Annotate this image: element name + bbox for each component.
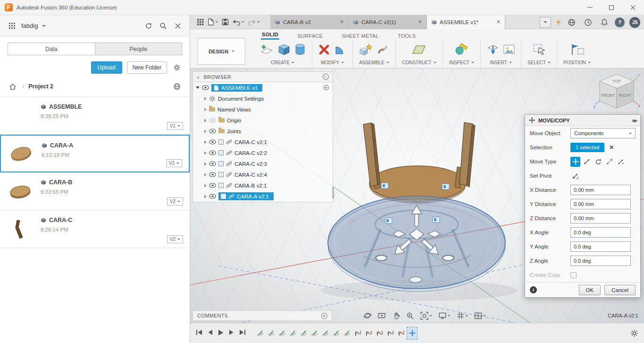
expand-caret-icon[interactable] <box>204 129 207 133</box>
group-dropdown-icon[interactable] <box>292 62 294 63</box>
expand-caret-icon[interactable] <box>204 108 207 111</box>
fit-dropdown-icon[interactable] <box>429 315 432 317</box>
x-angle-input[interactable] <box>570 227 631 238</box>
home-icon[interactable] <box>8 81 18 92</box>
version-badge[interactable]: V2 <box>167 197 183 206</box>
visibility-eye-icon[interactable] <box>209 129 216 134</box>
timeline-joint-feature[interactable] <box>396 327 406 339</box>
browser-item-cara-c-2[interactable]: CARA-C v2:2 <box>193 147 333 158</box>
browser-item-cara-a-1-selected[interactable]: CARA-A v2:1 <box>193 191 333 202</box>
selection-chip[interactable]: 1 selected <box>570 143 604 152</box>
viewcube[interactable]: TOP FRONT RIGHT Y X Z <box>593 70 640 115</box>
timeline-step-back-button[interactable] <box>208 329 213 337</box>
stool-leg-left[interactable] <box>363 123 380 187</box>
zoom-icon[interactable] <box>405 311 416 321</box>
timeline-sketch-feature[interactable] <box>299 327 309 339</box>
expand-caret-icon[interactable] <box>204 184 207 188</box>
workspace-selector[interactable]: DESIGN <box>198 38 245 65</box>
app-grid-icon[interactable] <box>195 17 206 28</box>
pan-hand-icon[interactable] <box>391 311 401 321</box>
list-item-cara-c[interactable]: CARA-C 8:26:14 PM V2 <box>0 210 190 248</box>
group-dropdown-icon[interactable] <box>341 62 344 63</box>
tab-list-dropdown[interactable] <box>540 17 551 28</box>
measure-icon[interactable] <box>455 43 468 57</box>
user-avatar[interactable]: JS <box>629 17 640 28</box>
group-dropdown-icon[interactable] <box>471 62 474 63</box>
file-menu-button[interactable] <box>206 17 220 28</box>
notifications-bell-icon[interactable] <box>599 17 610 28</box>
team-grid-icon[interactable] <box>7 21 17 31</box>
viewports-dropdown-icon[interactable] <box>483 315 486 317</box>
selected-component-chip[interactable]: CARA-A v2:1 <box>218 192 274 200</box>
create-copy-checkbox[interactable] <box>570 272 577 278</box>
delete-x-icon[interactable] <box>318 44 330 57</box>
group-label[interactable]: CREATE <box>271 60 290 65</box>
expand-caret-icon[interactable] <box>204 119 207 122</box>
undo-button[interactable] <box>231 17 246 28</box>
dialog-header[interactable]: MOVE/COPY ▸▸ <box>525 115 640 126</box>
move-type-rotate-button[interactable] <box>593 157 603 167</box>
timeline-step-forward-button[interactable] <box>229 329 234 337</box>
tab-close-icon[interactable]: ✕ <box>418 19 422 25</box>
root-component-chip[interactable]: ASSEMBLE v1 <box>211 84 262 92</box>
move-type-translate-button[interactable] <box>582 157 592 167</box>
group-label[interactable]: MODIFY <box>321 60 339 65</box>
refresh-icon[interactable] <box>143 21 154 31</box>
create-sketch-icon[interactable] <box>259 43 274 57</box>
project-share-globe-icon[interactable] <box>172 81 182 92</box>
panel-resize-grip[interactable] <box>332 187 334 199</box>
orbit-icon[interactable] <box>362 310 373 321</box>
fillet-icon[interactable] <box>334 43 346 57</box>
group-label[interactable]: INSERT <box>490 60 507 65</box>
expand-caret-icon[interactable] <box>204 162 207 166</box>
tab-solid[interactable]: SOLID <box>261 30 279 40</box>
browser-item-cara-c-3[interactable]: CARA-C v2:3 <box>193 158 333 169</box>
timeline-go-to-start-button[interactable] <box>196 329 202 337</box>
panel-close-icon[interactable] <box>173 21 183 31</box>
joint-icon[interactable] <box>376 43 389 57</box>
visibility-eye-icon[interactable] <box>202 85 209 90</box>
team-name[interactable]: fabdig <box>21 22 38 29</box>
visibility-eye-icon[interactable] <box>209 172 216 177</box>
redo-button[interactable] <box>246 17 262 28</box>
browser-item-cara-c-1[interactable]: CARA-C v2:1 <box>193 137 333 147</box>
group-dropdown-icon[interactable] <box>509 62 512 63</box>
timeline-joint-feature[interactable] <box>375 327 385 339</box>
list-item-assemble[interactable]: ASSEMBLE 8:38:25 PM V1 <box>0 97 190 135</box>
timeline-sketch-feature[interactable] <box>331 327 341 339</box>
visibility-eye-icon[interactable] <box>209 150 216 155</box>
fit-icon[interactable] <box>419 311 434 321</box>
solid-box-icon[interactable] <box>278 43 290 57</box>
expand-caret-icon[interactable] <box>204 140 207 144</box>
timeline-sketch-feature[interactable] <box>277 327 287 339</box>
display-dropdown-icon[interactable] <box>448 315 451 317</box>
timeline-joint-feature[interactable] <box>353 327 363 339</box>
move-type-free-button[interactable] <box>570 157 580 167</box>
visibility-eye-icon[interactable] <box>209 118 216 123</box>
timeline-go-to-end-button[interactable] <box>239 329 246 337</box>
tab-tools[interactable]: TOOLS <box>397 32 417 40</box>
doc-tab-assemble[interactable]: ASSEMBLE v1* ✕ <box>427 15 505 29</box>
search-icon[interactable] <box>158 21 168 31</box>
dialog-info-icon[interactable]: i <box>530 286 537 293</box>
browser-collapse-all-icon[interactable]: − <box>323 74 329 80</box>
doc-tab-cara-b[interactable]: CARA-B v2 ✕ <box>270 15 349 29</box>
activate-component-radio[interactable] <box>324 85 329 90</box>
group-label[interactable]: INSPECT <box>449 60 469 65</box>
insert-derive-icon[interactable] <box>487 43 499 57</box>
expand-caret-icon[interactable] <box>204 151 207 155</box>
tab-close-icon[interactable]: ✕ <box>496 19 501 25</box>
select-cursor-icon[interactable] <box>533 43 545 57</box>
move-object-select[interactable]: Components <box>570 128 636 138</box>
new-component-icon[interactable] <box>359 43 372 57</box>
insert-image-icon[interactable] <box>503 44 515 56</box>
expand-caret-icon[interactable] <box>204 195 207 198</box>
tab-close-icon[interactable]: ✕ <box>340 19 344 25</box>
visibility-eye-icon[interactable] <box>209 183 216 188</box>
timeline-joint-feature[interactable] <box>364 327 374 339</box>
maximize-button[interactable] <box>601 0 622 15</box>
z-angle-input[interactable] <box>570 256 631 266</box>
visibility-eye-icon[interactable] <box>209 161 216 166</box>
timeline-sketch-feature[interactable] <box>288 327 298 339</box>
group-dropdown-icon[interactable] <box>434 62 436 63</box>
